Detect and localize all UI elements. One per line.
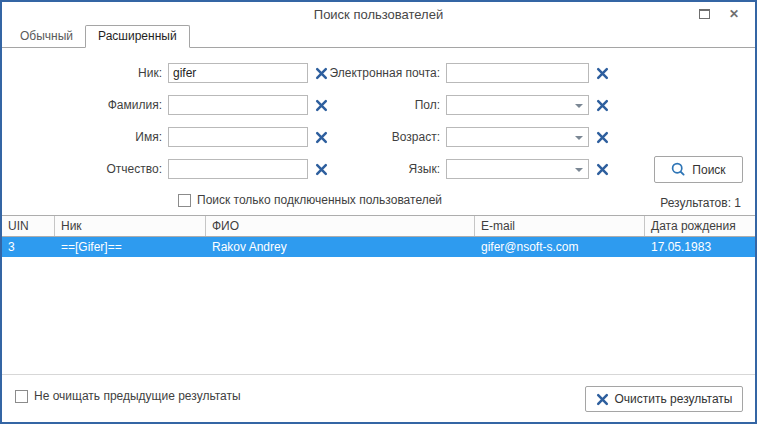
results-count: Результатов: 1 xyxy=(660,196,741,210)
patronymic-input[interactable] xyxy=(168,159,308,179)
cell-nick: ==[Gifer]== xyxy=(55,237,206,257)
cell-birthdate: 17.05.1983 xyxy=(645,237,755,257)
column-header-nick[interactable]: Ник xyxy=(55,216,206,236)
checkbox-box xyxy=(178,194,191,207)
maximize-icon xyxy=(699,9,710,19)
email-label: Электронная почта: xyxy=(320,63,440,83)
close-button[interactable]: ✕ xyxy=(727,6,741,22)
search-button-label: Поиск xyxy=(692,163,725,177)
footer-separator xyxy=(2,374,755,375)
clear-icon xyxy=(596,393,609,406)
chevron-down-icon xyxy=(575,136,583,140)
lastname-label: Фамилия: xyxy=(2,95,162,115)
cell-uin: 3 xyxy=(2,237,55,257)
checkbox-box xyxy=(15,390,28,403)
cell-fio: Rakov Andrey xyxy=(206,237,475,257)
search-button[interactable]: Поиск xyxy=(654,156,743,183)
patronymic-label: Отчество: xyxy=(2,159,162,179)
table-header: UIN Ник ФИО E-mail Дата рождения xyxy=(2,215,755,237)
window-title: Поиск пользователей xyxy=(2,2,755,27)
close-icon: ✕ xyxy=(729,8,739,20)
column-header-birthdate[interactable]: Дата рождения xyxy=(645,216,755,236)
column-header-email[interactable]: E-mail xyxy=(475,216,645,236)
firstname-label: Имя: xyxy=(2,127,162,147)
clear-gender-button[interactable] xyxy=(595,98,610,113)
user-search-window: Поиск пользователей ✕ Обычный Расширенны… xyxy=(0,0,757,424)
language-select[interactable] xyxy=(446,159,589,179)
clear-icon xyxy=(596,163,609,176)
age-label: Возраст: xyxy=(320,127,440,147)
language-label: Язык: xyxy=(320,159,440,179)
clear-age-button[interactable] xyxy=(595,130,610,145)
clear-language-button[interactable] xyxy=(595,162,610,177)
column-header-fio[interactable]: ФИО xyxy=(206,216,475,236)
gender-label: Пол: xyxy=(320,95,440,115)
search-icon xyxy=(671,162,686,177)
age-select[interactable] xyxy=(446,127,589,147)
connected-only-label: Поиск только подключенных пользователей xyxy=(197,193,442,207)
connected-only-checkbox[interactable]: Поиск только подключенных пользователей xyxy=(178,193,442,207)
cell-email: gifer@nsoft-s.com xyxy=(475,237,645,257)
clear-results-label: Очистить результаты xyxy=(615,392,733,406)
keep-results-checkbox[interactable]: Не очищать предыдущие результаты xyxy=(15,389,241,403)
nick-input[interactable] xyxy=(168,63,308,83)
chevron-down-icon xyxy=(575,168,583,172)
tab-normal[interactable]: Обычный xyxy=(8,26,85,47)
keep-results-label: Не очищать предыдущие результаты xyxy=(34,389,241,403)
maximize-button[interactable] xyxy=(697,6,711,22)
clear-results-button[interactable]: Очистить результаты xyxy=(585,386,743,412)
clear-icon xyxy=(596,131,609,144)
table-row[interactable]: 3 ==[Gifer]== Rakov Andrey gifer@nsoft-s… xyxy=(2,237,755,257)
column-header-uin[interactable]: UIN xyxy=(2,216,55,236)
clear-icon xyxy=(596,67,609,80)
tab-strip: Обычный Расширенный xyxy=(2,26,755,48)
chevron-down-icon xyxy=(575,104,583,108)
nick-label: Ник: xyxy=(2,63,162,83)
firstname-input[interactable] xyxy=(168,127,308,147)
email-input[interactable] xyxy=(446,63,589,83)
tab-advanced[interactable]: Расширенный xyxy=(85,25,190,48)
gender-select[interactable] xyxy=(446,95,589,115)
lastname-input[interactable] xyxy=(168,95,308,115)
clear-icon xyxy=(596,99,609,112)
title-bar: Поиск пользователей ✕ xyxy=(2,2,755,26)
clear-email-button[interactable] xyxy=(595,66,610,81)
